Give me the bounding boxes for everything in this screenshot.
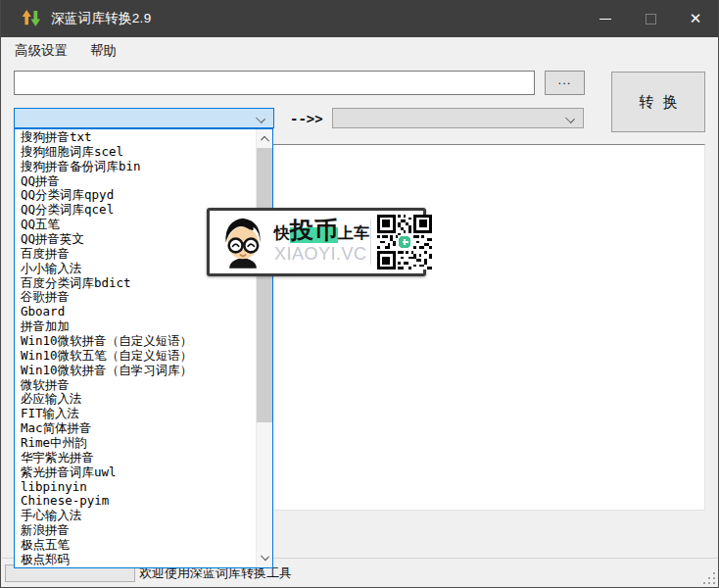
list-item[interactable]: 拼音加加 (15, 319, 256, 334)
menu-advanced-settings[interactable]: 高级设置 (5, 37, 77, 65)
list-item[interactable]: QQ分类词库qpyd (15, 188, 256, 203)
list-item[interactable]: 百度分类词库bdict (15, 276, 256, 291)
list-item[interactable]: 极点五笔 (15, 538, 256, 553)
source-format-combobox[interactable] (14, 108, 274, 128)
banner-highlight: 投币 (290, 217, 338, 243)
list-item[interactable]: Rime中州韵 (15, 436, 256, 451)
list-item[interactable]: Gboard (15, 305, 256, 319)
list-item[interactable]: Mac简体拼音 (15, 421, 256, 436)
list-item[interactable]: 微软拼音 (15, 378, 256, 393)
list-item[interactable]: Win10微软五笔（自定义短语） (15, 349, 256, 364)
list-item[interactable]: 华宇紫光拼音 (15, 451, 256, 466)
avatar (217, 214, 268, 270)
minimize-icon (599, 19, 611, 20)
qr-code (377, 215, 432, 270)
list-item[interactable]: 谷歌拼音 (15, 290, 256, 305)
close-button[interactable]: ✕ (673, 0, 718, 37)
list-item[interactable]: FIT输入法 (15, 407, 256, 421)
chevron-down-icon (566, 114, 575, 122)
app-icon (22, 9, 41, 28)
browse-button[interactable]: ... (545, 71, 585, 95)
list-item[interactable]: libpinyin (15, 480, 256, 495)
list-item[interactable]: Chinese-pyim (15, 494, 256, 509)
convert-button[interactable]: 转 换 (611, 72, 705, 132)
format-list: 搜狗拼音txt搜狗细胞词库scel搜狗拼音备份词库binQQ拼音QQ分类词库qp… (15, 129, 256, 567)
scrollbar-thumb[interactable] (257, 148, 272, 422)
dropdown-scrollbar[interactable] (256, 129, 272, 567)
close-icon: ✕ (690, 12, 702, 26)
target-format-combobox[interactable] (332, 108, 584, 128)
banner-text: 快投币上车 XIAOYI.VC (274, 220, 368, 265)
list-item[interactable]: 搜狗拼音备份词库bin (15, 160, 256, 174)
list-item[interactable]: 手心输入法 (15, 509, 256, 523)
direction-arrow-label: -->> (290, 108, 329, 128)
menu-bar: 高级设置 帮助 (2, 37, 719, 65)
list-item[interactable]: 搜狗拼音txt (15, 130, 256, 145)
resize-grip-icon[interactable] (702, 571, 715, 584)
chevron-down-icon (257, 114, 265, 122)
menu-help[interactable]: 帮助 (80, 37, 126, 65)
title-bar[interactable]: 深蓝词库转换2.9 ✕ (1, 0, 718, 37)
source-format-dropdown: 搜狗拼音txt搜狗细胞词库scel搜狗拼音备份词库binQQ拼音QQ分类词库qp… (14, 128, 273, 568)
banner-site: XIAOYI.VC (274, 243, 368, 265)
list-item[interactable]: 极点郑码 (15, 553, 256, 567)
file-path-input[interactable] (14, 71, 535, 95)
promo-banner: 快投币上车 XIAOYI.VC (207, 208, 426, 276)
maximize-icon (646, 14, 656, 24)
list-item[interactable]: Win10微软拼音（自定义短语） (15, 334, 256, 349)
minimize-button[interactable] (583, 0, 628, 37)
banner-slogan: 快投币上车 (274, 220, 368, 243)
scrollbar-track[interactable] (257, 146, 272, 551)
list-item[interactable]: Win10微软拼音（自学习词库） (15, 364, 256, 378)
scroll-down-icon[interactable] (257, 551, 272, 567)
list-item[interactable]: 新浪拼音 (15, 523, 256, 538)
window-title: 深蓝词库转换2.9 (51, 10, 151, 27)
app-window: 深蓝词库转换2.9 ✕ 高级设置 帮助 ... 转 换 -->> 搜狗拼音txt… (0, 0, 719, 588)
maximize-button (628, 0, 673, 37)
list-item[interactable]: 紫光拼音词库uwl (15, 466, 256, 480)
banner-divider (370, 220, 371, 265)
scroll-up-icon[interactable] (257, 129, 272, 146)
list-item[interactable]: 搜狗细胞词库scel (15, 145, 256, 160)
list-item[interactable]: 必应输入法 (15, 392, 256, 407)
list-item[interactable]: QQ拼音 (15, 174, 256, 189)
